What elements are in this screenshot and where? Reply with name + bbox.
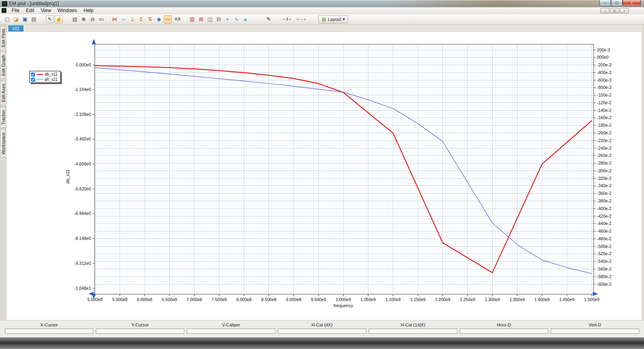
x-tick-label: 7.000e8: [187, 297, 202, 302]
swap-axes-tool-button[interactable]: ⇔: [120, 15, 128, 23]
new-file-button[interactable]: ▢: [3, 15, 11, 23]
bar-plot-tool-button[interactable]: ▥: [188, 15, 196, 23]
vertical-axis-tool-button[interactable]: ⊥: [128, 15, 136, 23]
previous-view-tool-button[interactable]: ⋈: [111, 15, 119, 23]
area-plot-tool-icon: ▲: [243, 16, 248, 22]
legend-checkbox-ph-s11[interactable]: [31, 78, 35, 82]
smooth-curve-tool-button[interactable]: ∿: [232, 15, 240, 23]
legend-checkbox-db-s11[interactable]: [31, 72, 35, 76]
restore-doc-button[interactable]: ◱: [610, 8, 619, 13]
right-tick-label: -460e-2: [597, 229, 611, 233]
pencil-tool-button[interactable]: ✎: [264, 15, 272, 23]
x-tick-label: 5.500e8: [112, 297, 128, 302]
zoom-window-tool-button[interactable]: ▧: [71, 15, 79, 23]
side-tab-tracker[interactable]: Tracker: [0, 107, 6, 128]
right-tick-label: -600e-3: [597, 78, 611, 83]
right-tick-label: -220e-2: [597, 138, 611, 143]
minimize-doc-button[interactable]: –: [601, 8, 609, 13]
menu-items: FileEditViewWindowsHelp: [8, 7, 97, 14]
axis-arrow-up: [92, 39, 96, 44]
legend-row-ph-s11: ph_s11: [31, 77, 58, 82]
legend-line-sample: [37, 79, 43, 80]
x-tick-label: 1.100e9: [385, 297, 400, 302]
area-plot-tool-button[interactable]: ▲: [241, 15, 249, 23]
zoom-in-tool-button[interactable]: ⊕: [80, 15, 88, 23]
label-tool-button[interactable]: AB: [173, 15, 183, 23]
axis-arrow-right: [593, 292, 598, 296]
status-label-horz-d: Horz-D: [497, 322, 511, 327]
menu-file[interactable]: File: [8, 7, 23, 14]
document-icon: ≈: [2, 8, 6, 13]
status-label-vert-d: Vert-D: [588, 322, 601, 327]
x-tick-label: 1.450e9: [559, 297, 574, 302]
open-file-button[interactable]: ◪: [12, 15, 20, 23]
zoom-fit-tool-button[interactable]: ▭: [97, 15, 105, 23]
close-doc-button[interactable]: ×: [620, 8, 629, 13]
doc-tab-s11[interactable]: s11: [8, 25, 23, 31]
x-cursor-tool-button[interactable]: ⌐⇔⌐: [295, 15, 309, 23]
x-cursor-input[interactable]: [5, 328, 93, 334]
grid-plot-tool-button[interactable]: ⊞: [197, 15, 205, 23]
marker-diamond-tool-button[interactable]: ◆: [155, 15, 163, 23]
right-tick-label: -420e-2: [597, 214, 611, 219]
status-x-cursor: X-Cursor: [5, 322, 93, 337]
x-cursor-tool-icon: ⌐⇔⌐: [297, 17, 307, 21]
v-caliper-input[interactable]: [187, 328, 275, 334]
y-axis-title: db_s11: [65, 169, 70, 184]
y-cursor-tool-button[interactable]: ⌐⇕⌐: [281, 15, 294, 23]
h-cal-1-dx-input[interactable]: [369, 328, 457, 334]
side-tab-workspace[interactable]: Workspace: [0, 129, 6, 158]
zoom-out-tool-button[interactable]: ⊖: [89, 15, 97, 23]
select-tool-button[interactable]: ↖: [46, 15, 54, 23]
smooth-curve-tool-icon: ∿: [234, 16, 239, 22]
side-tab-edit-plots[interactable]: Edit Plots: [0, 25, 6, 50]
right-tick-label: -200e-2: [597, 130, 611, 135]
zoom-box-tool-button[interactable]: ▭: [164, 15, 172, 23]
fit-vertical-tool-icon: ⇅: [148, 16, 153, 22]
autoscale-tool-button[interactable]: Σ: [137, 15, 145, 23]
save-file-button[interactable]: ▣: [21, 15, 29, 23]
x-tick-label: 8.000e8: [236, 297, 252, 302]
status-h-cal-1-dx: H-Cal (1/dX): [369, 322, 457, 337]
add-plot-tool-button[interactable]: +: [223, 15, 231, 23]
x-tick-label: 6.500e8: [162, 297, 177, 302]
split-pane-tool-button[interactable]: ⊟: [215, 15, 223, 23]
h-cal-dx-input[interactable]: [278, 328, 366, 334]
menu-windows[interactable]: Windows: [54, 7, 80, 14]
right-tick-label: -340e-2: [597, 183, 611, 188]
x-tick-label: 1.300e9: [485, 297, 500, 302]
x-tick-label: 1.050e9: [361, 297, 376, 302]
print-icon: ▤: [31, 16, 36, 22]
zoom-in-tool-icon: ⊕: [82, 16, 86, 22]
layout-dropdown[interactable]: ▦ Layout ▾: [318, 15, 348, 23]
status-label-y-cursor: Y-Cursor: [132, 322, 149, 327]
label-tool-icon: AB: [175, 17, 181, 21]
fit-vertical-tool-button[interactable]: ⇅: [146, 15, 154, 23]
right-tick-label: -160e-2: [597, 115, 611, 120]
vert-d-input[interactable]: [551, 328, 639, 334]
legend-label: db_s11: [45, 72, 58, 76]
print-button[interactable]: ▤: [30, 15, 38, 23]
menu-view[interactable]: View: [37, 7, 54, 14]
side-tab-edit-graph[interactable]: Edit Graph: [0, 52, 6, 79]
close-button[interactable]: ×: [623, 0, 641, 6]
side-tab-edit-axes[interactable]: Edit Axes: [0, 81, 6, 105]
autoscale-tool-icon: Σ: [140, 16, 143, 22]
zoom-window-tool-icon: ▧: [72, 16, 77, 22]
minimize-button[interactable]: –: [599, 0, 611, 6]
pan-tool-button[interactable]: ☝: [55, 15, 63, 23]
x-tick-label: 9.000e8: [286, 297, 301, 302]
menu-help[interactable]: Help: [80, 7, 97, 14]
two-pane-tool-button[interactable]: ◫: [206, 15, 214, 23]
menu-edit[interactable]: Edit: [23, 7, 37, 14]
horz-d-input[interactable]: [460, 328, 548, 334]
toolbar: ▢◪▣▤↖☝▧⊕⊖▭⋈⇔⊥Σ⇅◆▭AB▥⊞◫⊟+∿▲✎⌐⇕⌐⌐⇔⌐ ▦ Layo…: [0, 14, 644, 25]
right-tick-label: -120e-2: [597, 100, 611, 105]
y-cursor-input[interactable]: [96, 328, 184, 334]
right-tick-label: -540e-2: [597, 259, 611, 264]
status-horz-d: Horz-D: [460, 322, 548, 337]
open-file-icon: ◪: [14, 16, 19, 22]
vertical-axis-tool-icon: ⊥: [130, 16, 134, 22]
legend-label: ph_s11: [45, 77, 58, 82]
maximize-button[interactable]: ◻: [611, 0, 623, 6]
